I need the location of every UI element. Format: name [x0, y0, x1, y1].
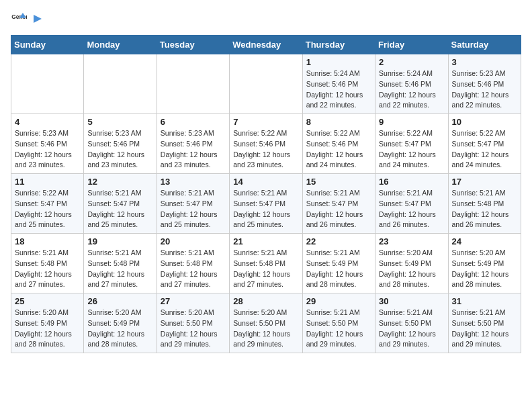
day-number: 5 — [87, 117, 152, 127]
day-info: Sunrise: 5:21 AMSunset: 5:48 PMDaylight:… — [87, 248, 152, 290]
calendar-cell: 13Sunrise: 5:21 AMSunset: 5:47 PMDayligh… — [157, 174, 229, 234]
day-number: 9 — [379, 117, 444, 127]
day-number: 15 — [306, 177, 371, 187]
calendar-cell: 4Sunrise: 5:23 AMSunset: 5:46 PMDaylight… — [11, 114, 84, 174]
day-info: Sunrise: 5:24 AMSunset: 5:46 PMDaylight:… — [379, 68, 444, 111]
calendar-cell: 7Sunrise: 5:22 AMSunset: 5:46 PMDaylight… — [230, 114, 302, 174]
logo: General — [11, 11, 44, 27]
calendar-cell: 5Sunrise: 5:23 AMSunset: 5:46 PMDaylight… — [84, 114, 157, 174]
calendar-cell: 29Sunrise: 5:21 AMSunset: 5:50 PMDayligh… — [302, 293, 375, 353]
day-info: Sunrise: 5:22 AMSunset: 5:47 PMDaylight:… — [15, 188, 80, 230]
header-thursday: Thursday — [302, 36, 375, 54]
day-info: Sunrise: 5:20 AMSunset: 5:49 PMDaylight:… — [379, 248, 444, 290]
day-info: Sunrise: 5:21 AMSunset: 5:47 PMDaylight:… — [233, 188, 298, 230]
day-info: Sunrise: 5:23 AMSunset: 5:46 PMDaylight:… — [87, 128, 152, 171]
day-info: Sunrise: 5:21 AMSunset: 5:47 PMDaylight:… — [379, 188, 444, 230]
calendar-cell: 10Sunrise: 5:22 AMSunset: 5:47 PMDayligh… — [448, 114, 521, 174]
calendar-cell — [84, 54, 157, 114]
day-number: 11 — [15, 177, 80, 187]
calendar-cell: 16Sunrise: 5:21 AMSunset: 5:47 PMDayligh… — [375, 174, 448, 234]
day-number: 27 — [161, 296, 226, 306]
day-info: Sunrise: 5:20 AMSunset: 5:49 PMDaylight:… — [15, 308, 80, 350]
day-number: 7 — [233, 117, 298, 127]
calendar-cell: 15Sunrise: 5:21 AMSunset: 5:47 PMDayligh… — [302, 174, 375, 234]
day-info: Sunrise: 5:20 AMSunset: 5:49 PMDaylight:… — [87, 308, 152, 350]
calendar-cell: 22Sunrise: 5:21 AMSunset: 5:49 PMDayligh… — [302, 234, 375, 293]
calendar-cell: 14Sunrise: 5:21 AMSunset: 5:47 PMDayligh… — [230, 174, 302, 234]
svg-marker-1 — [34, 15, 42, 23]
header-sunday: Sunday — [11, 36, 84, 54]
day-number: 4 — [15, 117, 80, 127]
day-number: 1 — [306, 57, 371, 67]
day-number: 6 — [161, 117, 226, 127]
calendar-cell: 6Sunrise: 5:23 AMSunset: 5:46 PMDaylight… — [157, 114, 229, 174]
calendar-cell: 2Sunrise: 5:24 AMSunset: 5:46 PMDaylight… — [375, 54, 448, 114]
day-info: Sunrise: 5:21 AMSunset: 5:50 PMDaylight:… — [306, 308, 371, 350]
calendar-cell: 1Sunrise: 5:24 AMSunset: 5:46 PMDaylight… — [302, 54, 375, 114]
day-info: Sunrise: 5:21 AMSunset: 5:48 PMDaylight:… — [161, 248, 226, 290]
logo-icon: General — [11, 11, 27, 27]
day-number: 31 — [452, 296, 517, 306]
calendar-cell: 17Sunrise: 5:21 AMSunset: 5:48 PMDayligh… — [448, 174, 521, 234]
calendar-cell: 9Sunrise: 5:22 AMSunset: 5:47 PMDaylight… — [375, 114, 448, 174]
calendar-cell: 3Sunrise: 5:23 AMSunset: 5:46 PMDaylight… — [448, 54, 521, 114]
day-info: Sunrise: 5:21 AMSunset: 5:47 PMDaylight:… — [306, 188, 371, 230]
calendar-cell: 26Sunrise: 5:20 AMSunset: 5:49 PMDayligh… — [84, 293, 157, 353]
day-number: 20 — [161, 236, 226, 246]
header-saturday: Saturday — [448, 36, 521, 54]
day-info: Sunrise: 5:23 AMSunset: 5:46 PMDaylight:… — [15, 128, 80, 171]
day-info: Sunrise: 5:21 AMSunset: 5:49 PMDaylight:… — [306, 248, 371, 290]
day-info: Sunrise: 5:21 AMSunset: 5:48 PMDaylight:… — [233, 248, 298, 290]
calendar-week-row: 1Sunrise: 5:24 AMSunset: 5:46 PMDaylight… — [11, 54, 521, 114]
calendar-cell: 25Sunrise: 5:20 AMSunset: 5:49 PMDayligh… — [11, 293, 84, 353]
day-info: Sunrise: 5:20 AMSunset: 5:50 PMDaylight:… — [233, 308, 298, 350]
day-info: Sunrise: 5:23 AMSunset: 5:46 PMDaylight:… — [452, 68, 517, 111]
calendar-week-row: 25Sunrise: 5:20 AMSunset: 5:49 PMDayligh… — [11, 293, 521, 353]
day-number: 24 — [452, 236, 517, 246]
day-number: 30 — [379, 296, 444, 306]
day-number: 23 — [379, 236, 444, 246]
calendar-cell — [230, 54, 302, 114]
calendar-cell: 28Sunrise: 5:20 AMSunset: 5:50 PMDayligh… — [230, 293, 302, 353]
calendar-cell: 12Sunrise: 5:21 AMSunset: 5:47 PMDayligh… — [84, 174, 157, 234]
day-info: Sunrise: 5:24 AMSunset: 5:46 PMDaylight:… — [306, 68, 371, 111]
calendar-cell: 27Sunrise: 5:20 AMSunset: 5:50 PMDayligh… — [157, 293, 229, 353]
day-info: Sunrise: 5:23 AMSunset: 5:46 PMDaylight:… — [161, 128, 226, 171]
calendar-cell: 24Sunrise: 5:20 AMSunset: 5:49 PMDayligh… — [448, 234, 521, 293]
header-monday: Monday — [84, 36, 157, 54]
calendar-cell — [11, 54, 84, 114]
day-info: Sunrise: 5:21 AMSunset: 5:50 PMDaylight:… — [452, 308, 517, 350]
calendar-week-row: 11Sunrise: 5:22 AMSunset: 5:47 PMDayligh… — [11, 174, 521, 234]
header-tuesday: Tuesday — [157, 36, 229, 54]
calendar-cell: 18Sunrise: 5:21 AMSunset: 5:48 PMDayligh… — [11, 234, 84, 293]
day-info: Sunrise: 5:22 AMSunset: 5:47 PMDaylight:… — [452, 128, 517, 171]
day-info: Sunrise: 5:22 AMSunset: 5:46 PMDaylight:… — [233, 128, 298, 171]
day-number: 8 — [306, 117, 371, 127]
day-number: 19 — [87, 236, 152, 246]
calendar-cell: 8Sunrise: 5:22 AMSunset: 5:46 PMDaylight… — [302, 114, 375, 174]
logo-arrow-icon — [31, 12, 44, 26]
day-number: 29 — [306, 296, 371, 306]
day-number: 14 — [233, 177, 298, 187]
calendar-cell: 21Sunrise: 5:21 AMSunset: 5:48 PMDayligh… — [230, 234, 302, 293]
calendar-week-row: 4Sunrise: 5:23 AMSunset: 5:46 PMDaylight… — [11, 114, 521, 174]
calendar-cell: 20Sunrise: 5:21 AMSunset: 5:48 PMDayligh… — [157, 234, 229, 293]
day-number: 17 — [452, 177, 517, 187]
day-number: 16 — [379, 177, 444, 187]
calendar-cell: 31Sunrise: 5:21 AMSunset: 5:50 PMDayligh… — [448, 293, 521, 353]
calendar-cell: 30Sunrise: 5:21 AMSunset: 5:50 PMDayligh… — [375, 293, 448, 353]
day-number: 10 — [452, 117, 517, 127]
day-number: 26 — [87, 296, 152, 306]
day-info: Sunrise: 5:22 AMSunset: 5:46 PMDaylight:… — [306, 128, 371, 171]
day-info: Sunrise: 5:22 AMSunset: 5:47 PMDaylight:… — [379, 128, 444, 171]
calendar-cell: 23Sunrise: 5:20 AMSunset: 5:49 PMDayligh… — [375, 234, 448, 293]
calendar-table: SundayMondayTuesdayWednesdayThursdayFrid… — [11, 35, 521, 353]
calendar-cell — [157, 54, 229, 114]
day-number: 13 — [161, 177, 226, 187]
day-number: 12 — [87, 177, 152, 187]
day-number: 25 — [15, 296, 80, 306]
header-wednesday: Wednesday — [230, 36, 302, 54]
header: General — [11, 11, 521, 27]
day-number: 2 — [379, 57, 444, 67]
day-info: Sunrise: 5:21 AMSunset: 5:48 PMDaylight:… — [15, 248, 80, 290]
